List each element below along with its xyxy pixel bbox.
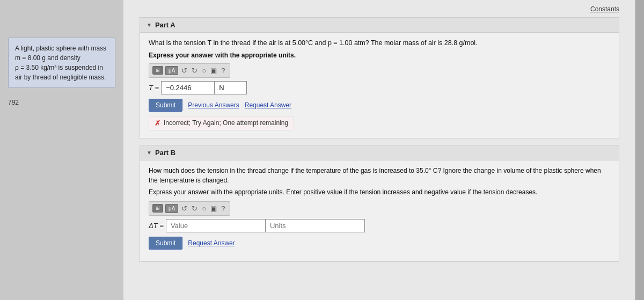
part-a-grid-btn[interactable]: ⊞ [152,66,163,75]
part-b-question2: Express your answer with the appropriate… [149,187,610,197]
part-b-request-answer-link[interactable]: Request Answer [188,239,235,247]
part-a-answer-value[interactable]: −0.2446 [161,81,215,94]
part-a-incorrect-message: Incorrect; Try Again; One attempt remain… [164,119,288,127]
part-b-header: ▼ Part B [140,145,619,160]
part-b-section: ▼ Part B How much does the tension in th… [140,145,619,262]
part-b-answer-label: ΔT = [149,222,164,230]
part-b-redo-icon[interactable]: ↻ [191,204,199,213]
part-a-buttons-row: Submit Previous Answers Request Answer [149,99,610,112]
problem-text-line2: ρ = 3.50 kg/m³ is suspended in air by th… [15,64,106,81]
part-b-help-icon[interactable]: ? [220,204,226,213]
part-a-question: What is the tension T in the thread if t… [149,38,610,48]
part-a-incorrect-box: ✗ Incorrect; Try Again; One attempt rema… [149,116,294,130]
part-b-answer-row: ΔT = [149,219,610,232]
part-a-answer-label: T = [149,84,159,92]
part-a-redo-icon[interactable]: ↻ [191,67,199,75]
part-a-mu-btn[interactable]: μA [165,66,178,75]
left-panel: A light, plastic sphere with mass m = 8.… [0,0,123,300]
part-a-undo-icon[interactable]: ↺ [180,67,188,75]
part-b-body: How much does the tension in the thread … [140,160,619,261]
part-a-body: What is the tension T in the thread if t… [140,33,619,138]
part-a-title: Part A [155,21,175,29]
part-b-grid-btn[interactable]: ⊞ [152,204,163,213]
problem-description: A light, plastic sphere with mass m = 8.… [8,38,115,88]
scrollbar[interactable] [635,0,644,300]
part-b-undo-icon[interactable]: ↺ [180,204,188,213]
part-b-submit-button[interactable]: Submit [149,237,182,250]
part-a-answer-row: T = −0.2446 N [149,81,610,94]
part-b-image-icon[interactable]: ▣ [209,204,218,213]
part-a-help-icon[interactable]: ? [220,67,226,75]
main-content: Constants ▼ Part A What is the tension T… [123,0,635,300]
part-b-refresh-icon[interactable]: ○ [201,204,207,213]
part-b-units-input[interactable] [266,219,365,232]
part-a-image-icon[interactable]: ▣ [209,67,218,75]
part-a-answer-units[interactable]: N [215,81,247,94]
constants-link[interactable]: Constants [140,5,619,13]
part-a-toolbar: ⊞ μA ↺ ↻ ○ ▣ ? [149,63,230,78]
part-a-express: Express your answer with the appropriate… [149,52,610,59]
part-b-mu-btn[interactable]: μA [165,204,178,213]
part-b-question1: How much does the tension in the thread … [149,166,610,185]
problem-text-line1: A light, plastic sphere with mass m = 8.… [15,45,106,62]
part-a-submit-button[interactable]: Submit [149,99,182,112]
part-b-toolbar: ⊞ μA ↺ ↻ ○ ▣ ? [149,201,230,216]
part-b-title: Part B [155,149,175,157]
part-b-buttons-row: Submit Request Answer [149,237,610,250]
part-a-header: ▼ Part A [140,18,619,33]
part-a-request-answer-link[interactable]: Request Answer [245,101,291,109]
part-a-x-icon: ✗ [155,119,160,127]
part-a-refresh-icon[interactable]: ○ [201,67,207,75]
part-a-collapse-arrow[interactable]: ▼ [147,22,152,28]
part-a-section: ▼ Part A What is the tension T in the th… [140,17,619,138]
part-b-collapse-arrow[interactable]: ▼ [147,150,152,156]
part-b-value-input[interactable] [166,219,266,232]
page-number: 792 [8,99,19,106]
part-a-previous-answers-link[interactable]: Previous Answers [188,101,239,109]
